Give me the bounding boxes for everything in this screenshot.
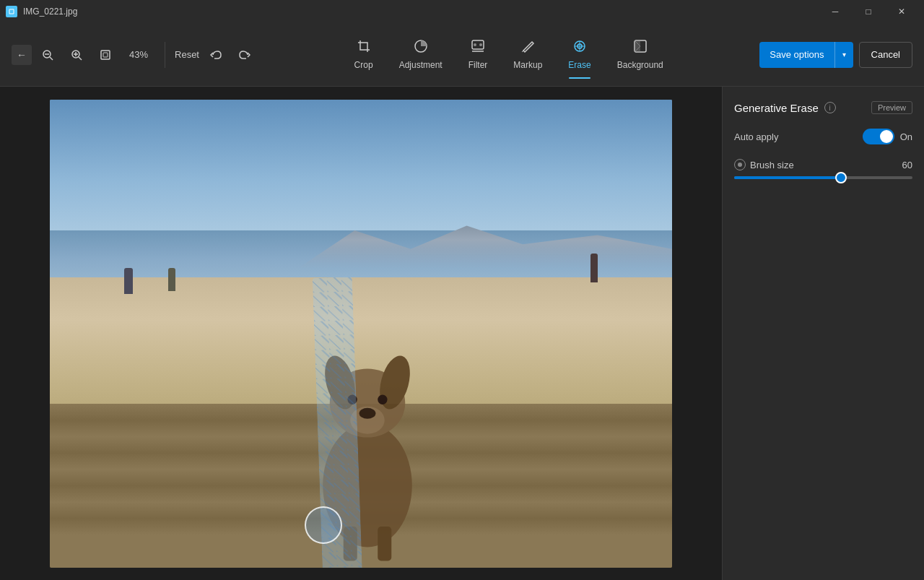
main-content: Generative Erase i Preview Auto apply On — [0, 87, 924, 580]
window-title: IMG_0221.jpg — [23, 7, 77, 17]
redo-button[interactable] — [232, 42, 258, 68]
svg-point-12 — [474, 43, 476, 46]
svg-line-2 — [50, 57, 53, 60]
save-options-label: Save options — [759, 42, 834, 68]
panel-title: Generative Erase — [734, 102, 819, 114]
svg-line-5 — [79, 57, 82, 60]
toolbar-right: Save options ▾ Cancel — [759, 42, 912, 68]
markup-tool[interactable]: Markup — [502, 33, 554, 76]
auto-apply-label: Auto apply — [734, 131, 778, 142]
markup-label: Markup — [513, 60, 542, 70]
svg-rect-21 — [635, 40, 640, 52]
fit-button[interactable] — [92, 42, 118, 68]
right-panel: Generative Erase i Preview Auto apply On — [722, 87, 924, 580]
adjustment-icon — [414, 39, 428, 57]
adjustment-tool[interactable]: Adjustment — [388, 33, 454, 76]
svg-rect-9 — [103, 53, 108, 57]
info-icon[interactable]: i — [824, 102, 836, 113]
svg-rect-31 — [378, 527, 391, 561]
toolbar: ← 43% Reset — [0, 23, 924, 87]
panel-header: Generative Erase i Preview — [734, 101, 912, 114]
crop-tool[interactable]: Crop — [343, 33, 385, 76]
back-button[interactable]: ← — [12, 45, 32, 65]
reset-button[interactable]: Reset — [174, 42, 200, 68]
toolbar-center: Crop Adjustment Filter — [263, 33, 754, 76]
brush-size-row: Brush size 60 — [734, 159, 912, 179]
person3 — [590, 254, 598, 282]
svg-point-29 — [378, 394, 387, 404]
dog-body — [237, 170, 498, 568]
background-label: Background — [617, 60, 663, 70]
brush-inner — [738, 163, 742, 167]
slider-fill — [734, 176, 841, 179]
crop-icon — [357, 39, 371, 57]
filter-tool[interactable]: Filter — [457, 33, 500, 76]
toolbar-left: ← 43% Reset — [12, 42, 258, 68]
erase-label: Erase — [568, 60, 590, 70]
title-bar-left: IMG_0221.jpg — [6, 6, 77, 17]
brush-size-icon — [734, 159, 746, 170]
preview-badge[interactable]: Preview — [871, 101, 912, 114]
reset-label: Reset — [175, 49, 199, 60]
slider-thumb[interactable] — [835, 172, 847, 183]
filter-label: Filter — [468, 60, 488, 70]
zoom-in-button[interactable] — [64, 42, 90, 68]
brush-size-value: 60 — [902, 160, 912, 170]
app-icon — [6, 6, 17, 17]
cancel-button[interactable]: Cancel — [859, 42, 912, 68]
toggle-knob — [880, 130, 893, 143]
svg-rect-8 — [101, 51, 110, 59]
close-button[interactable]: ✕ — [885, 0, 918, 23]
background-tool[interactable]: Background — [606, 33, 675, 76]
zoom-level: 43% — [121, 46, 156, 63]
minimize-button[interactable]: ─ — [819, 0, 852, 23]
maximize-button[interactable]: □ — [852, 0, 885, 23]
svg-point-27 — [359, 407, 375, 418]
markup-icon — [520, 39, 535, 57]
crop-label: Crop — [354, 60, 373, 70]
title-bar: IMG_0221.jpg ─ □ ✕ — [0, 0, 924, 23]
image-container — [50, 100, 672, 568]
toggle-container: On — [863, 129, 912, 144]
save-options-button[interactable]: Save options ▾ — [759, 42, 853, 68]
erase-tool[interactable]: Erase — [557, 33, 602, 76]
canvas-area[interactable] — [0, 87, 722, 580]
toggle-state-label: On — [900, 131, 912, 142]
brush-size-header: Brush size 60 — [734, 159, 912, 170]
svg-rect-0 — [7, 7, 16, 16]
undo-button[interactable] — [203, 42, 229, 68]
background-icon — [633, 39, 648, 57]
person2 — [168, 268, 175, 291]
auto-apply-row: Auto apply On — [734, 129, 912, 144]
svg-point-13 — [479, 43, 482, 46]
person1 — [124, 268, 133, 294]
brush-size-label: Brush size — [750, 160, 794, 170]
title-bar-controls: ─ □ ✕ — [819, 0, 918, 23]
filter-icon — [471, 39, 485, 57]
chevron-down-icon: ▾ — [835, 42, 853, 68]
zoom-out-button[interactable] — [35, 42, 61, 68]
erase-icon — [572, 39, 587, 57]
svg-line-15 — [522, 51, 523, 52]
brush-label-group: Brush size — [734, 159, 794, 170]
auto-apply-toggle[interactable] — [863, 129, 894, 144]
divider — [165, 42, 165, 68]
adjustment-label: Adjustment — [399, 60, 443, 70]
photo-image[interactable] — [50, 100, 672, 568]
brush-size-slider[interactable] — [734, 176, 912, 179]
